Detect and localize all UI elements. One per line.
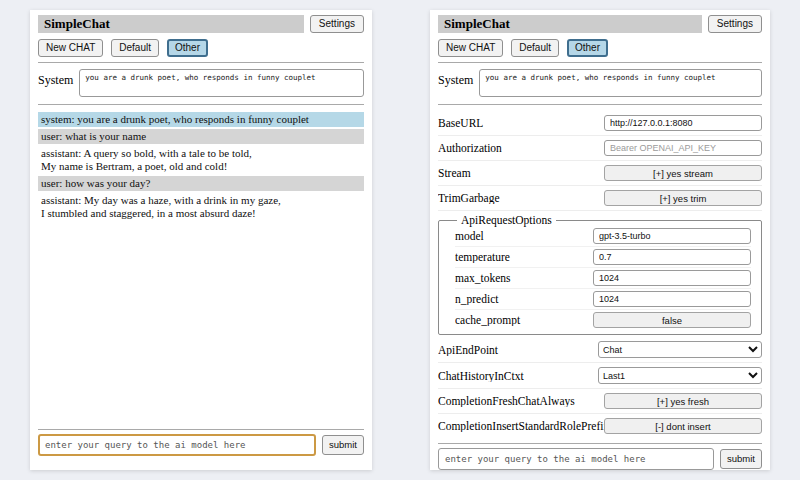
stream-toggle-button[interactable]: [+] yes stream xyxy=(604,165,762,181)
setting-row-model: model xyxy=(455,226,751,247)
setting-row-authorization: Authorization xyxy=(438,136,762,161)
setting-row-api-endpoint: ApiEndPoint Chat xyxy=(438,337,762,363)
baseurl-label: BaseURL xyxy=(438,117,604,129)
session-button-default[interactable]: Default xyxy=(511,39,559,57)
system-prompt-label: System xyxy=(38,69,73,97)
chat-message-system: system: you are a drunk poet, who respon… xyxy=(38,112,364,127)
app-title: SimpleChat xyxy=(38,15,304,33)
trimgarbage-toggle-button[interactable]: [+] yes trim xyxy=(604,190,762,206)
query-input[interactable] xyxy=(438,448,714,470)
chat-bottom-bar: submit xyxy=(438,438,762,480)
completion-fresh-chat-toggle-button[interactable]: [+] yes fresh xyxy=(604,393,762,409)
submit-button[interactable]: submit xyxy=(720,449,762,469)
query-row: submit xyxy=(38,434,364,456)
setting-row-cache-prompt: cache_prompt false xyxy=(455,310,751,330)
api-endpoint-label: ApiEndPoint xyxy=(438,344,598,356)
session-toolbar: New CHAT Default Other xyxy=(438,39,762,57)
baseurl-input[interactable] xyxy=(604,115,762,131)
chat-bottom-bar: submit xyxy=(38,424,364,470)
divider xyxy=(438,62,762,63)
completion-fresh-chat-always-label: CompletionFreshChatAlways xyxy=(438,395,604,407)
api-request-options-group: ApiRequestOptions model temperature max_… xyxy=(438,214,762,335)
model-input[interactable] xyxy=(593,228,751,244)
chat-message-assistant: assistant: My day was a haze, with a dri… xyxy=(38,193,364,221)
system-prompt-label: System xyxy=(438,69,473,97)
settings-list: BaseURL Authorization Stream [+] yes str… xyxy=(438,111,762,438)
chat-message-assistant: assistant: A query so bold, with a tale … xyxy=(38,146,364,174)
setting-row-n-predict: n_predict xyxy=(455,289,751,310)
max-tokens-input[interactable] xyxy=(593,270,751,286)
api-endpoint-select[interactable]: Chat xyxy=(598,341,762,358)
system-prompt-row: System you are a drunk poet, who respond… xyxy=(38,69,364,97)
new-chat-button[interactable]: New CHAT xyxy=(438,39,503,57)
settings-button[interactable]: Settings xyxy=(708,15,762,33)
chat-messages: system: you are a drunk poet, who respon… xyxy=(38,112,364,223)
system-prompt-row: System you are a drunk poet, who respond… xyxy=(438,69,762,97)
session-button-other[interactable]: Other xyxy=(167,39,208,57)
settings-button[interactable]: Settings xyxy=(310,15,364,33)
setting-row-completion-fresh-chat-always: CompletionFreshChatAlways [+] yes fresh xyxy=(438,389,762,414)
authorization-input[interactable] xyxy=(604,140,762,156)
n-predict-input[interactable] xyxy=(593,291,751,307)
setting-row-max-tokens: max_tokens xyxy=(455,268,751,289)
session-button-other[interactable]: Other xyxy=(567,39,608,57)
setting-row-baseurl: BaseURL xyxy=(438,111,762,136)
trimgarbage-label: TrimGarbage xyxy=(438,192,604,204)
chat-history-in-ctxt-select[interactable]: Last1 xyxy=(598,367,762,384)
divider xyxy=(438,104,762,105)
chat-message-user: user: what is your name xyxy=(38,129,364,144)
app-titlebar: SimpleChat Settings xyxy=(438,15,762,33)
cache-prompt-label: cache_prompt xyxy=(455,314,593,326)
setting-row-trimgarbage: TrimGarbage [+] yes trim xyxy=(438,186,762,211)
app-title: SimpleChat xyxy=(438,15,702,33)
divider xyxy=(38,104,364,105)
session-toolbar: New CHAT Default Other xyxy=(38,39,364,57)
system-prompt-textarea[interactable]: you are a drunk poet, who responds in fu… xyxy=(79,69,364,97)
settings-panel: SimpleChat Settings New CHAT Default Oth… xyxy=(430,10,770,470)
query-row: submit xyxy=(438,448,762,470)
completion-insert-role-prefix-toggle-button[interactable]: [-] dont insert xyxy=(604,418,762,434)
system-prompt-textarea[interactable]: you are a drunk poet, who responds in fu… xyxy=(479,69,762,97)
chat-history-in-ctxt-label: ChatHistoryInCtxt xyxy=(438,370,598,382)
setting-row-completion-insert-standard-role-prefix: CompletionInsertStandardRolePrefix [-] d… xyxy=(438,414,762,438)
max-tokens-label: max_tokens xyxy=(455,272,593,284)
api-request-options-legend: ApiRequestOptions xyxy=(457,214,556,226)
temperature-label: temperature xyxy=(455,251,593,263)
n-predict-label: n_predict xyxy=(455,293,593,305)
setting-row-chat-history-in-ctxt: ChatHistoryInCtxt Last1 xyxy=(438,363,762,389)
divider xyxy=(38,62,364,63)
completion-insert-standard-role-prefix-label: CompletionInsertStandardRolePrefix xyxy=(438,420,604,432)
model-label: model xyxy=(455,230,593,242)
app-titlebar: SimpleChat Settings xyxy=(38,15,364,33)
temperature-input[interactable] xyxy=(593,249,751,265)
submit-button[interactable]: submit xyxy=(322,435,364,455)
chat-message-user: user: how was your day? xyxy=(38,176,364,191)
session-button-default[interactable]: Default xyxy=(111,39,159,57)
authorization-label: Authorization xyxy=(438,142,604,154)
setting-row-stream: Stream [+] yes stream xyxy=(438,161,762,186)
divider xyxy=(438,443,762,444)
stream-label: Stream xyxy=(438,167,604,179)
cache-prompt-toggle-button[interactable]: false xyxy=(593,312,751,328)
divider xyxy=(38,429,364,430)
query-input[interactable] xyxy=(38,434,316,456)
chat-panel: SimpleChat Settings New CHAT Default Oth… xyxy=(30,10,372,470)
new-chat-button[interactable]: New CHAT xyxy=(38,39,103,57)
setting-row-temperature: temperature xyxy=(455,247,751,268)
